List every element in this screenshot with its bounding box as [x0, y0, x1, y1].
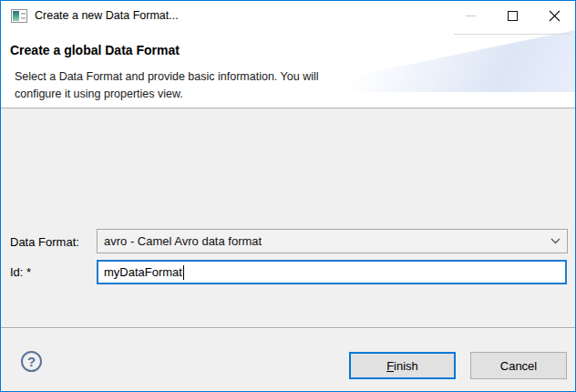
close-x-icon — [549, 10, 561, 22]
window-title: Create a new Data Format... — [35, 9, 179, 22]
description-line-2: configure it using properties view. — [15, 88, 183, 100]
data-format-label: Data Format: — [10, 235, 79, 249]
finish-label-rest: inish — [394, 359, 418, 373]
cancel-label: Cancel — [500, 359, 537, 373]
page-description: Select a Data Format and provide basic i… — [15, 68, 319, 103]
wizard-window-icon — [11, 9, 27, 23]
question-mark-icon: ? — [27, 354, 36, 369]
finish-button[interactable]: Finish — [349, 352, 456, 379]
maximize-button[interactable] — [491, 1, 533, 30]
text-caret — [183, 265, 184, 280]
maximize-square-icon — [508, 11, 518, 21]
minimize-dash-icon — [466, 15, 476, 16]
titlebar[interactable]: Create a new Data Format... — [1, 1, 575, 30]
id-input-value: myDataFormat — [104, 265, 182, 279]
close-button[interactable] — [533, 1, 575, 30]
button-bar: ? Finish Cancel — [1, 327, 575, 391]
finish-mnemonic: F — [386, 359, 394, 373]
cancel-button[interactable]: Cancel — [470, 352, 567, 379]
wizard-header: Create a global Data Format Select a Dat… — [1, 30, 575, 108]
help-button[interactable]: ? — [21, 351, 42, 372]
data-format-selected-value: avro - Camel Avro data format — [104, 234, 543, 248]
create-data-format-dialog: Create a new Data Format... Create a glo… — [0, 0, 576, 392]
id-label: Id: * — [10, 265, 31, 279]
id-input[interactable]: myDataFormat — [97, 260, 567, 284]
page-title: Create a global Data Format — [10, 43, 180, 57]
form-body: Data Format: avro - Camel Avro data form… — [1, 109, 575, 327]
banner-gradient-decoration — [274, 30, 575, 92]
data-format-combo[interactable]: avro - Camel Avro data format — [97, 229, 568, 253]
description-line-1: Select a Data Format and provide basic i… — [15, 70, 319, 83]
banner-divider-line — [454, 34, 571, 35]
minimize-button — [449, 1, 491, 30]
chevron-down-icon[interactable] — [543, 238, 567, 244]
